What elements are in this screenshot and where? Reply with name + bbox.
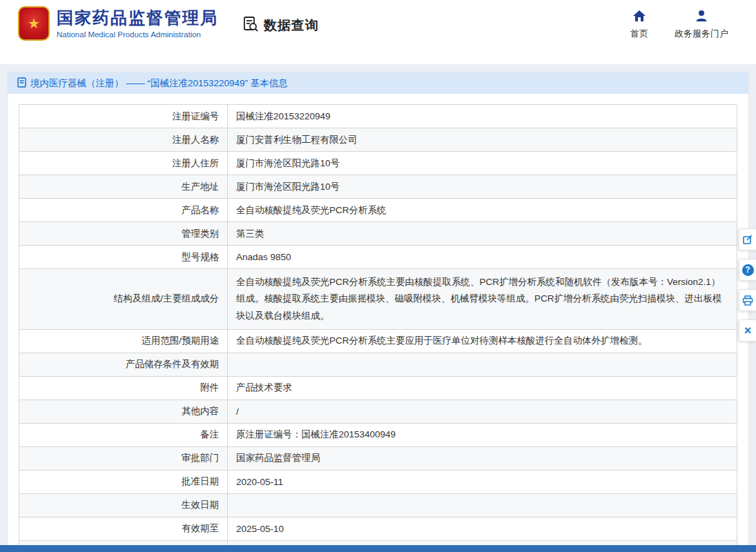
nav-portal-label: 政务服务门户 <box>675 28 728 40</box>
row-value: 厦门市海沧区阳光路10号 <box>228 152 737 175</box>
table-row: 生产地址厦门市海沧区阳光路10号 <box>19 175 737 199</box>
table-row: 有效期至2025-05-10 <box>19 517 737 540</box>
row-value: 厦门安普利生物工程有限公司 <box>228 128 737 152</box>
row-value: / <box>228 400 737 423</box>
nav-home[interactable]: 首页 <box>630 10 648 40</box>
row-label: 型号规格 <box>19 246 228 269</box>
table-row: 产品储存条件及有效期 <box>19 353 737 376</box>
row-value <box>228 493 737 517</box>
top-nav: 首页 政务服务门户 <box>630 10 728 40</box>
row-label: 其他内容 <box>19 400 228 423</box>
footer-bar <box>0 545 756 552</box>
national-emblem-logo: ★ <box>18 6 50 41</box>
row-value: 全自动核酸提纯及荧光PCR分析系统主要应用于医疗单位对待测样本核酸进行全自动体外… <box>228 329 737 353</box>
row-value: 国械注准20153220949 <box>228 105 737 128</box>
data-query-module: 数据查询 <box>242 15 319 36</box>
table-row: 备注原注册证编号：国械注准20153400949 <box>19 423 737 446</box>
breadcrumb: 境内医疗器械（注册） —— “国械注准20153220949” 基本信息 <box>8 72 748 94</box>
table-row: 注册人名称厦门安普利生物工程有限公司 <box>19 128 737 152</box>
data-query-icon <box>242 15 260 36</box>
side-toolbar: ? × <box>739 228 756 342</box>
row-value: 全自动核酸提纯及荧光PCR分析系统主要由核酸提取系统、PCR扩增分析系统和随机软… <box>228 269 737 330</box>
row-label: 审批部门 <box>19 446 228 470</box>
nav-portal[interactable]: 政务服务门户 <box>675 10 728 40</box>
row-value: 厦门市海沧区阳光路10号 <box>228 175 737 199</box>
row-value: Anadas 9850 <box>228 246 737 269</box>
nav-home-label: 首页 <box>630 28 648 40</box>
table-row: 其他内容/ <box>19 400 737 423</box>
row-label: 适用范围/预期用途 <box>19 329 228 353</box>
row-label: 注册人名称 <box>19 128 228 152</box>
breadcrumb-text: 境内医疗器械（注册） —— “国械注准20153220949” 基本信息 <box>30 77 288 90</box>
table-row: 注册证编号国械注准20153220949 <box>19 105 737 128</box>
detail-panel: 境内医疗器械（注册） —— “国械注准20153220949” 基本信息 注册证… <box>7 72 749 552</box>
table-row: 附件产品技术要求 <box>19 376 737 400</box>
row-label: 注册人住所 <box>19 152 228 175</box>
row-value: 2020-05-11 <box>228 470 737 493</box>
home-icon <box>632 10 646 25</box>
emblem-star-icon: ★ <box>28 17 40 30</box>
document-icon <box>17 77 26 90</box>
table-row: 生效日期 <box>19 493 737 517</box>
print-icon[interactable] <box>739 289 756 311</box>
module-title: 数据查询 <box>264 17 319 34</box>
help-icon[interactable]: ? <box>739 259 756 281</box>
close-icon[interactable]: × <box>739 319 756 342</box>
info-table: 注册证编号国械注准20153220949注册人名称厦门安普利生物工程有限公司注册… <box>19 104 737 552</box>
org-name-en: National Medical Products Administration <box>57 30 218 39</box>
row-value: 第三类 <box>228 222 737 246</box>
row-value: 2025-05-10 <box>228 517 737 540</box>
row-label: 产品储存条件及有效期 <box>19 353 228 376</box>
row-value: 全自动核酸提纯及荧光PCR分析系统 <box>228 199 737 222</box>
row-label: 有效期至 <box>19 517 228 540</box>
org-name-cn: 国家药品监督管理局 <box>57 8 218 28</box>
brand: ★ 国家药品监督管理局 National Medical Products Ad… <box>18 6 218 41</box>
row-value <box>228 353 737 376</box>
row-value: 国家药品监督管理局 <box>228 446 737 470</box>
edit-icon[interactable] <box>739 228 756 250</box>
row-label: 生效日期 <box>19 493 228 517</box>
row-label: 注册证编号 <box>19 105 228 128</box>
row-label: 产品名称 <box>19 199 228 222</box>
table-row: 产品名称全自动核酸提纯及荧光PCR分析系统 <box>19 199 737 222</box>
row-value: 产品技术要求 <box>228 376 737 400</box>
row-label: 附件 <box>19 376 228 400</box>
row-label: 备注 <box>19 423 228 446</box>
info-table-body: 注册证编号国械注准20153220949注册人名称厦门安普利生物工程有限公司注册… <box>19 105 737 552</box>
table-row: 型号规格Anadas 9850 <box>19 246 737 269</box>
row-value: 原注册证编号：国械注准20153400949 <box>228 423 737 446</box>
table-row: 批准日期2020-05-11 <box>19 470 737 493</box>
row-label: 批准日期 <box>19 470 228 493</box>
person-icon <box>695 10 708 25</box>
top-header: ★ 国家药品监督管理局 National Medical Products Ad… <box>0 0 756 64</box>
row-label: 管理类别 <box>19 222 228 246</box>
row-label: 结构及组成/主要组成成分 <box>19 269 228 330</box>
table-row: 注册人住所厦门市海沧区阳光路10号 <box>19 152 737 175</box>
brand-text: 国家药品监督管理局 National Medical Products Admi… <box>57 6 218 39</box>
table-row: 结构及组成/主要组成成分全自动核酸提纯及荧光PCR分析系统主要由核酸提取系统、P… <box>19 269 737 330</box>
table-row: 适用范围/预期用途全自动核酸提纯及荧光PCR分析系统主要应用于医疗单位对待测样本… <box>19 329 737 353</box>
main-area: 境内医疗器械（注册） —— “国械注准20153220949” 基本信息 注册证… <box>0 64 756 552</box>
row-label: 生产地址 <box>19 175 228 199</box>
table-row: 管理类别第三类 <box>19 222 737 246</box>
table-row: 审批部门国家药品监督管理局 <box>19 446 737 470</box>
